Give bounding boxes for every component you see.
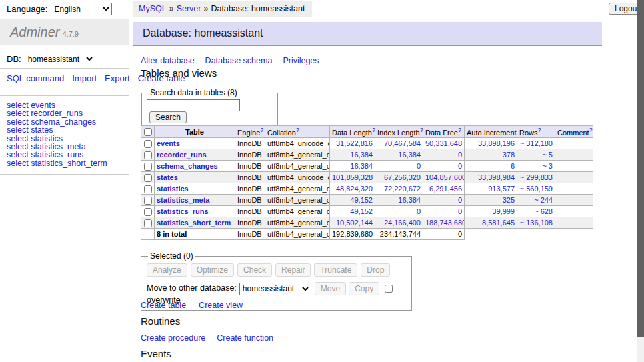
- analyze-button[interactable]: Analyze: [147, 263, 187, 277]
- breadcrumb-link-server[interactable]: Server: [177, 4, 201, 13]
- rows-estimate-link[interactable]: ~ 5: [542, 151, 553, 159]
- rows-estimate-link[interactable]: ~ 628: [534, 207, 553, 215]
- index-length-link[interactable]: 0: [417, 207, 421, 215]
- data-length-link[interactable]: 10,502,144: [336, 219, 373, 227]
- data-free-link[interactable]: 0: [458, 151, 462, 159]
- help-icon[interactable]: ?: [538, 127, 541, 133]
- data-free-link[interactable]: 6,291,456: [429, 185, 462, 193]
- index-length-link[interactable]: 16,384: [398, 151, 421, 159]
- move-button[interactable]: Move: [315, 282, 346, 295]
- data-length-link[interactable]: 16,384: [350, 151, 373, 159]
- breadcrumb-link-mysql[interactable]: MySQL: [139, 4, 167, 13]
- sidebar-divider: [0, 95, 129, 96]
- data-free-link[interactable]: 0: [458, 207, 462, 215]
- row-checkbox[interactable]: [144, 185, 152, 193]
- table-name-link[interactable]: recorder_runs: [157, 151, 207, 159]
- table-name-link[interactable]: schema_changes: [157, 162, 218, 170]
- auto-increment-link[interactable]: 33,398,984: [478, 173, 515, 181]
- sidebar-link-import[interactable]: Import: [72, 73, 97, 83]
- auto-increment-link[interactable]: 39,999: [492, 207, 515, 215]
- optimize-button[interactable]: Optimize: [191, 263, 234, 277]
- sidebar-item-select-states[interactable]: select states: [7, 126, 107, 134]
- language-select[interactable]: English: [51, 3, 112, 15]
- index-length-link[interactable]: 67,256,320: [384, 173, 421, 181]
- row-checkbox[interactable]: [144, 174, 152, 182]
- auto-increment-link[interactable]: 378: [503, 151, 515, 159]
- row-checkbox[interactable]: [144, 219, 152, 227]
- data-length-link[interactable]: 49,152: [350, 196, 373, 204]
- table-name-link[interactable]: statistics: [157, 185, 189, 193]
- auto-increment-link[interactable]: 33,898,196: [478, 139, 515, 147]
- sidebar-link-export[interactable]: Export: [105, 73, 130, 83]
- search-input[interactable]: [147, 99, 240, 111]
- vertical-scrollbar[interactable]: [637, 0, 644, 362]
- table-name-link[interactable]: states: [157, 173, 178, 181]
- rows-estimate-link[interactable]: ~ 299,833: [520, 173, 553, 181]
- auto-increment-link[interactable]: 325: [503, 196, 515, 204]
- sidebar-item-select-recorder-runs[interactable]: select recorder_runs: [7, 109, 107, 117]
- auto-increment-link[interactable]: 6: [511, 162, 515, 170]
- check-button[interactable]: Check: [237, 263, 272, 277]
- create-procedure-link[interactable]: Create procedure: [141, 333, 205, 343]
- rows-estimate-link[interactable]: ~ 3: [542, 162, 553, 170]
- sidebar-item-select-statistics-short-term[interactable]: select statistics_short_term: [7, 159, 107, 167]
- table-name-link[interactable]: events: [157, 139, 180, 147]
- data-free-link[interactable]: 50,331,648: [425, 139, 462, 147]
- row-checkbox[interactable]: [144, 163, 152, 171]
- table-name-link[interactable]: statistics_meta: [157, 196, 210, 204]
- create-table-link[interactable]: Create table: [141, 301, 186, 310]
- app-version: 4.7.9: [62, 30, 78, 38]
- help-icon[interactable]: ?: [296, 127, 299, 133]
- table-name-link[interactable]: statistics_short_term: [157, 219, 231, 227]
- data-length-link[interactable]: 49,152: [350, 207, 373, 215]
- sidebar-link-sql-command[interactable]: SQL command: [7, 73, 64, 83]
- tables-body: eventsInnoDButf8mb4_unicode_ci31,522,816…: [141, 138, 593, 240]
- drop-button[interactable]: Drop: [361, 263, 390, 277]
- scrollbar-thumb[interactable]: [637, 0, 644, 337]
- help-icon[interactable]: ?: [420, 127, 423, 133]
- row-checkbox[interactable]: [144, 140, 152, 148]
- auto-increment-link[interactable]: 913,577: [488, 185, 515, 193]
- index-length-link[interactable]: 72,220,672: [384, 185, 421, 193]
- row-checkbox[interactable]: [144, 208, 152, 216]
- alter-database-link[interactable]: Alter database: [141, 56, 195, 65]
- index-length-link[interactable]: 24,166,400: [384, 219, 421, 227]
- data-length-link[interactable]: 31,522,816: [336, 139, 373, 147]
- search-button[interactable]: Search: [149, 111, 187, 123]
- data-free-link[interactable]: 0: [458, 162, 462, 170]
- overwrite-checkbox[interactable]: [385, 285, 393, 293]
- sidebar-item-select-statistics-runs[interactable]: select statistics_runs: [7, 151, 107, 159]
- rows-estimate-link[interactable]: ~ 569,159: [520, 185, 553, 193]
- move-db-select[interactable]: homeassistant: [239, 283, 311, 295]
- auto-increment-link[interactable]: 8,581,645: [482, 219, 515, 227]
- rows-estimate-link[interactable]: ~ 312,180: [520, 139, 553, 147]
- help-icon[interactable]: ?: [372, 127, 375, 133]
- help-icon[interactable]: ?: [260, 127, 263, 133]
- copy-button[interactable]: Copy: [349, 282, 379, 295]
- table-name-link[interactable]: statistics_runs: [157, 207, 209, 215]
- index-length-link[interactable]: 0: [417, 162, 421, 170]
- data-free-link[interactable]: 188,743,680: [425, 219, 465, 227]
- index-length-link[interactable]: 16,384: [398, 196, 421, 204]
- privileges-link[interactable]: Privileges: [283, 56, 319, 65]
- data-free-link[interactable]: 0: [458, 196, 462, 204]
- truncate-button[interactable]: Truncate: [314, 263, 357, 277]
- db-select[interactable]: homeassistant: [25, 53, 95, 65]
- data-length-link[interactable]: 16,384: [350, 162, 373, 170]
- rows-estimate-link[interactable]: ~ 244: [534, 196, 553, 204]
- create-function-link[interactable]: Create function: [217, 333, 273, 343]
- row-checkbox[interactable]: [144, 151, 152, 159]
- create-view-link[interactable]: Create view: [199, 301, 243, 310]
- select-all-checkbox[interactable]: [144, 128, 152, 136]
- index-length-link[interactable]: 70,467,584: [384, 139, 421, 147]
- data-length-link[interactable]: 101,859,328: [332, 173, 373, 181]
- data-free-link[interactable]: 104,857,600: [425, 173, 465, 181]
- col-header-comment: Comment?: [555, 126, 593, 138]
- row-checkbox[interactable]: [144, 197, 152, 205]
- help-icon[interactable]: ?: [458, 127, 461, 133]
- database-schema-link[interactable]: Database schema: [205, 56, 273, 65]
- repair-button[interactable]: Repair: [275, 263, 311, 277]
- data-length-link[interactable]: 48,824,320: [336, 185, 373, 193]
- rows-estimate-link[interactable]: ~ 136,108: [520, 219, 553, 227]
- help-icon[interactable]: ?: [589, 127, 593, 133]
